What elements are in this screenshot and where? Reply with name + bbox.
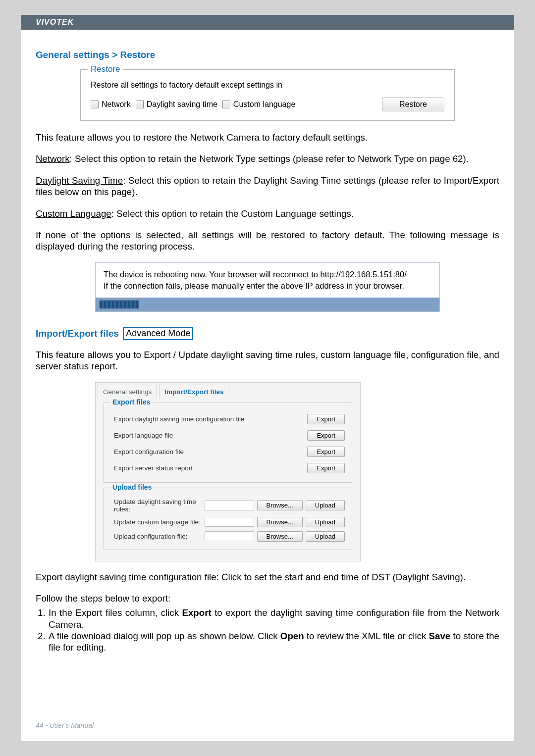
upload-dst-upload-button[interactable]: Upload [306,500,345,510]
restore-button[interactable]: Restore [382,98,444,111]
paragraph-custom-language: Custom Language: Select this option to r… [36,208,499,219]
paragraph-follow-steps: Follow the steps below to export: [36,593,499,604]
upload-files-fieldset: Upload files Update daylight saving time… [104,488,352,550]
ol1b-bold: Export [182,607,211,618]
export-language-label: Export language file [114,432,304,439]
label-export-dst: Export daylight saving time configuratio… [36,572,216,582]
export-files-fieldset: Export files Export daylight saving time… [104,403,352,483]
upload-dst-browse-button[interactable]: Browse... [257,500,303,510]
paragraph-dst: Daylight Saving Time: Select this option… [36,175,499,198]
brand-logo: VIVOTEK [36,18,74,27]
reboot-message-box: The device is rebooting now. Your browse… [95,262,440,312]
list-num-1: 1. [38,607,49,630]
checkbox-dst[interactable]: Daylight saving time [136,100,217,109]
export-config-label: Export configuration file [114,448,304,455]
reboot-line-2: If the connection fails, please manually… [104,280,431,292]
export-dst-button[interactable]: Export [307,414,345,424]
page-header: VIVOTEK [21,15,514,30]
checkbox-dst-label: Daylight saving time [147,100,217,109]
upload-dst-file-input[interactable] [205,501,254,510]
export-row-dst: Export daylight saving time configuratio… [114,411,345,427]
restore-options-row: Network Daylight saving time Custom lang… [91,98,444,111]
ol2c: to review the XML file or click [304,631,429,641]
restore-intro-text: Restore all settings to factory default … [91,81,444,90]
text-export-dst-desc: : Click to set the start and end time of… [216,572,466,582]
label-network: Network [36,153,70,164]
advanced-mode-badge: Advanced Mode [123,327,193,340]
page-content: General settings > Restore Restore Resto… [21,30,514,654]
ol1a: In the Export files column, click [49,607,182,618]
list-item-2: 2. A file download dialog will pop up as… [38,630,499,654]
progress-segment [100,301,139,308]
upload-config-file-input[interactable] [205,531,254,541]
upload-row-config: Upload configuration file: Browse... Upl… [114,529,345,544]
ol2b-bold: Open [280,631,304,641]
ordered-list: 1. In the Export files column, click Exp… [38,607,499,654]
import-export-panel: General settings Import/Export files Exp… [95,382,361,561]
checkbox-network[interactable]: Network [91,100,131,109]
export-row-config: Export configuration file Export [114,444,345,460]
paragraph-import-export-desc: This feature allows you to Export / Upda… [36,349,499,372]
tab-import-export-files[interactable]: Import/Export files [159,385,229,399]
label-custom-language: Custom Language [36,208,111,219]
export-status-button[interactable]: Export [307,463,345,473]
ol2a: A file download dialog will pop up as sh… [49,631,280,641]
upload-files-legend: Upload files [110,483,154,491]
upload-config-browse-button[interactable]: Browse... [257,531,303,542]
export-config-button[interactable]: Export [307,447,345,457]
checkbox-custom-language-label: Custom language [233,100,295,109]
tab-general-settings[interactable]: General settings [98,385,157,399]
upload-language-browse-button[interactable]: Browse... [257,517,303,527]
text-network-desc: : Select this option to retain the Netwo… [70,153,469,164]
checkbox-custom-language-input[interactable] [222,101,230,108]
paragraph-export-dst-desc: Export daylight saving time configuratio… [36,571,499,583]
upload-language-file-input[interactable] [205,517,254,527]
label-dst: Daylight Saving Time [36,175,123,186]
upload-row-dst: Update daylight saving time rules: Brows… [114,496,345,515]
checkbox-dst-input[interactable] [136,101,144,108]
section-title-import-export: Import/Export files [36,328,119,339]
section-title-restore: General settings > Restore [36,50,499,60]
paragraph-network: Network: Select this option to retain th… [36,153,499,164]
list-text-2: A file download dialog will pop up as sh… [49,630,499,654]
checkbox-custom-language[interactable]: Custom language [222,100,295,109]
paragraph-restore-msg: If none of the options is selected, all … [36,229,499,252]
restore-fieldset: Restore Restore all settings to factory … [80,69,455,121]
upload-row-language: Update custom language file: Browse... U… [114,515,345,529]
upload-language-label: Update custom language file: [114,518,205,526]
section-title-import-export-row: Import/Export files Advanced Mode [36,327,499,340]
upload-config-label: Upload configuration file: [114,533,205,540]
checkbox-network-input[interactable] [91,101,99,108]
tabs-row: General settings Import/Export files [96,383,360,399]
export-language-button[interactable]: Export [307,430,345,441]
paragraph-feature-desc: This feature allows you to restore the N… [36,132,499,143]
checkbox-network-label: Network [102,100,131,109]
reboot-message-text: The device is rebooting now. Your browse… [96,263,439,298]
export-status-label: Export server status report [114,464,304,472]
list-text-1: In the Export files column, click Export… [49,607,499,630]
export-row-status: Export server status report Export [114,460,345,476]
export-row-language: Export language file Export [114,427,345,444]
upload-dst-label: Update daylight saving time rules: [114,498,205,513]
export-dst-label: Export daylight saving time configuratio… [114,415,304,423]
restore-legend: Restore [88,64,123,74]
reboot-progress-bar [96,298,439,311]
ol2d-bold: Save [429,631,451,641]
list-item-1: 1. In the Export files column, click Exp… [38,607,499,630]
reboot-line-1: The device is rebooting now. Your browse… [104,269,431,280]
upload-language-upload-button[interactable]: Upload [306,517,345,527]
export-files-legend: Export files [110,398,153,406]
page-footer: 44 - User's Manual [36,721,94,729]
list-num-2: 2. [38,630,49,654]
text-custom-language-desc: : Select this option to retain the Custo… [111,208,354,219]
upload-config-upload-button[interactable]: Upload [306,531,345,542]
